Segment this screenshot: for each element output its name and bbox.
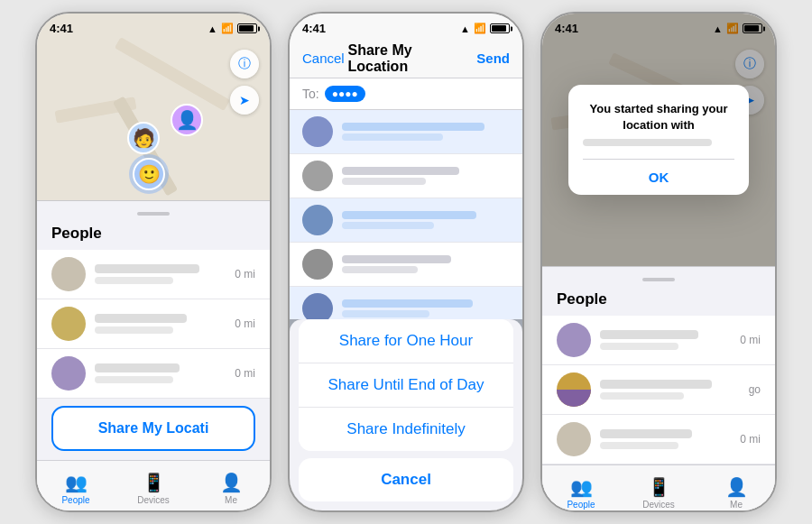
contact-name-blur	[342, 123, 484, 131]
contact-row[interactable]	[290, 198, 522, 243]
status-icons: ▲ 📶	[208, 23, 257, 34]
contact-sub-blur	[342, 222, 434, 229]
battery-icon	[490, 23, 510, 33]
person-name-blur	[600, 330, 698, 339]
person-dist: go	[749, 383, 761, 396]
contact-avatar	[302, 249, 333, 280]
person-info	[600, 429, 731, 449]
map-background: 4:41 ▲ 📶 ⓘ ➤ 🧑 👤 🙂	[37, 14, 270, 200]
person-info	[600, 330, 731, 350]
person-name-blur	[600, 380, 712, 389]
person-sub-blur	[600, 343, 678, 350]
avatar-pin-2: 👤	[171, 104, 203, 136]
contact-details	[342, 167, 510, 185]
nav-title: Share My Location	[348, 42, 465, 75]
person-sub-blur	[95, 326, 173, 334]
action-sheet: Share for One Hour Share Until End of Da…	[290, 319, 522, 510]
phone3: 4:41 ▲ 📶 ⓘ ➤ 👤 🎭 🙂 You started sharin	[540, 12, 777, 512]
contact-name-blur	[342, 211, 476, 219]
send-button[interactable]: Send	[476, 51, 510, 66]
contact-name-blur	[342, 167, 459, 175]
devices-icon: 📱	[648, 476, 670, 498]
contact-row[interactable]	[290, 154, 522, 198]
avatar	[51, 257, 86, 291]
person-item[interactable]: 0 mi	[37, 299, 270, 349]
person-dist: 0 mi	[235, 367, 255, 380]
alert-button-row: OK	[583, 159, 734, 195]
contact-name-blur	[342, 299, 473, 308]
status-icons: ▲ 📶	[460, 23, 510, 34]
contact-avatar	[302, 161, 333, 191]
person-info	[95, 314, 226, 334]
tab-bar: 👥 People 📱 Devices 👤 Me	[37, 460, 270, 510]
person-dist: 0 mi	[740, 334, 761, 346]
tab-people[interactable]: 👥 People	[542, 471, 620, 510]
location-arrow-button[interactable]: ➤	[230, 86, 259, 115]
tab-devices[interactable]: 📱 Devices	[620, 471, 697, 510]
person-item[interactable]: go	[542, 365, 775, 415]
action-cancel-button[interactable]: Cancel	[299, 458, 513, 501]
recipient-chip: ●●●●	[325, 86, 365, 102]
avatar	[557, 422, 591, 456]
person-name-blur	[95, 314, 187, 323]
contact-details	[342, 255, 510, 273]
alert-title: You started sharing your location with	[583, 101, 734, 133]
avatar	[51, 307, 86, 341]
person-name-blur	[600, 429, 692, 438]
tab-me-label: Me	[225, 495, 237, 505]
status-bar: 4:41 ▲ 📶	[37, 14, 270, 39]
person-dist: 0 mi	[235, 268, 255, 280]
person-dist: 0 mi	[235, 317, 255, 330]
drag-handle[interactable]	[137, 212, 170, 216]
avatar	[557, 372, 591, 407]
contact-row[interactable]	[290, 243, 522, 287]
tab-devices-label: Devices	[137, 495, 170, 505]
tab-people-label: People	[567, 500, 595, 510]
person-sub-blur	[95, 277, 173, 284]
person-info	[600, 380, 740, 400]
tab-me[interactable]: 👤 Me	[192, 466, 270, 505]
person-info	[95, 264, 226, 284]
share-end-of-day-option[interactable]: Share Until End of Day	[299, 363, 513, 408]
avatar	[51, 356, 86, 391]
person-item[interactable]: 0 mi	[542, 415, 775, 464]
contact-details	[342, 211, 510, 229]
alert-ok-button[interactable]: OK	[583, 160, 734, 195]
contact-row[interactable]	[290, 110, 522, 154]
person-item[interactable]: 0 mi	[37, 250, 270, 299]
people-list: 0 mi 0 mi 0 mi	[37, 250, 270, 399]
contact-details	[342, 299, 510, 317]
contact-sub-blur	[342, 266, 418, 273]
tab-me[interactable]: 👤 Me	[697, 471, 775, 510]
tab-devices[interactable]: 📱 Devices	[115, 466, 192, 505]
people-icon: 👥	[65, 472, 88, 493]
map-background: 4:41 ▲ 📶 ⓘ ➤ 👤 🎭 🙂 You started sharin	[542, 14, 775, 266]
share-location-button[interactable]: Share My Locati	[51, 406, 255, 451]
avatar-3-self: 🙂	[133, 158, 165, 190]
person-dist: 0 mi	[740, 433, 761, 446]
contact-avatar	[302, 205, 333, 235]
info-button[interactable]: ⓘ	[230, 50, 259, 78]
person-info	[95, 363, 226, 383]
tab-people-label: People	[61, 495, 89, 505]
person-name-blur	[95, 264, 199, 273]
person-name-blur	[95, 363, 180, 372]
people-list: 0 mi go 0 mi	[542, 316, 775, 464]
time-display: 4:41	[302, 22, 326, 35]
person-item[interactable]: 0 mi	[542, 316, 775, 365]
time-display: 4:41	[50, 22, 73, 35]
tab-people[interactable]: 👥 People	[37, 466, 115, 505]
devices-icon: 📱	[143, 472, 165, 493]
alert-dialog: You started sharing your location with O…	[568, 85, 749, 195]
share-one-hour-option[interactable]: Share for One Hour	[299, 319, 513, 363]
avatar-pin-1: 🧑	[127, 122, 160, 154]
person-sub-blur	[600, 392, 684, 400]
person-item[interactable]: 0 mi	[37, 349, 270, 399]
cancel-button[interactable]: Cancel	[302, 51, 345, 66]
bottom-sheet: People 0 mi 0 mi	[37, 200, 270, 510]
alert-overlay: You started sharing your location with O…	[542, 14, 775, 266]
share-indefinitely-option[interactable]: Share Indefinitely	[299, 408, 513, 451]
battery-icon	[237, 23, 257, 33]
phone2: 4:41 ▲ 📶 Cancel Share My Location Send T…	[288, 12, 524, 512]
drag-handle[interactable]	[642, 278, 675, 281]
